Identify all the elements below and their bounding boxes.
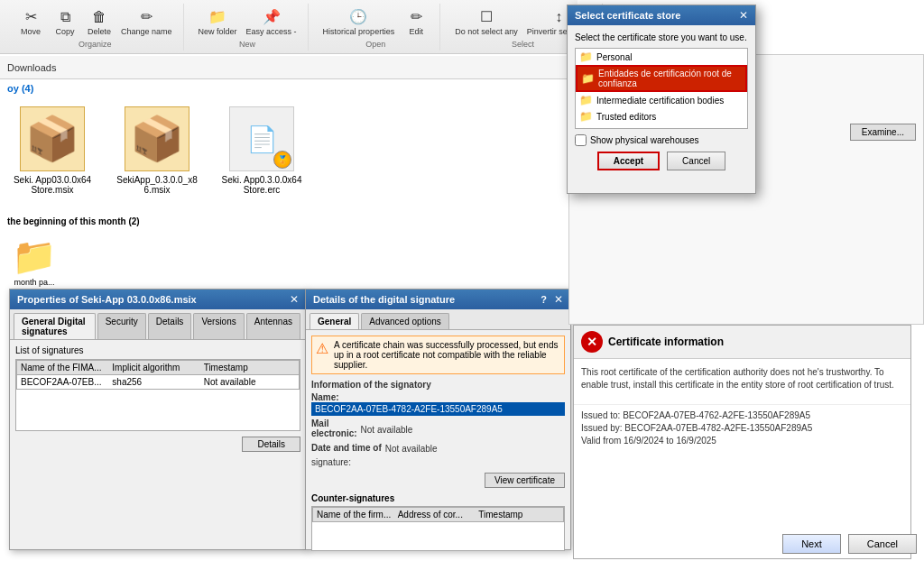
intermediate-folder-icon: 📁	[579, 94, 593, 106]
cert-badge: 🏅	[273, 151, 291, 169]
cert-an-folder-icon: 📁	[579, 126, 593, 129]
cert-store-close-button[interactable]: ✕	[739, 9, 748, 22]
personal-label: Personal	[596, 52, 632, 62]
tab-antennas[interactable]: Antennas	[246, 313, 300, 339]
sig-list-row[interactable]: BECOF2AA-07EB... sha256 Not available	[16, 375, 300, 390]
change-name-label: Change name	[121, 27, 172, 36]
tab-sig-advanced[interactable]: Advanced options	[361, 313, 449, 329]
invert-icon: ↕	[549, 7, 568, 27]
sig-details-tabs: General Advanced options	[306, 309, 570, 330]
valid-from: Valid from 16/9/2024 to 16/9/2025	[581, 436, 903, 446]
delete-button[interactable]: 🗑 Delete	[83, 5, 116, 38]
properties-content: List of signatures Name of the FIMA... I…	[10, 340, 306, 442]
easy-access-label: Easy access -	[246, 27, 297, 36]
open-group: 🕒 Historical properties ✏ Edit Open	[312, 4, 441, 51]
ribbon-toolbar: ✂ Move ⧉ Copy 🗑 Delete ✏ Change name Org…	[0, 0, 578, 54]
delete-label: Delete	[88, 27, 111, 36]
new-folder-label: New folder	[199, 27, 237, 36]
cert-store-title-text: Select certificate store	[575, 10, 680, 21]
file-item-3[interactable]: 📄 🏅 Seki. App0.3.0.0x64Store.erc	[217, 103, 307, 198]
edit-button[interactable]: ✏ Edit	[400, 5, 432, 38]
issued-to: Issued to: BECOF2AA-07EB-4762-A2FE-13550…	[581, 410, 903, 420]
store-trusted-root[interactable]: 📁 Entidades de certificación root de con…	[576, 65, 747, 92]
trusted-root-label: Entidades de certificación root de confi…	[598, 69, 742, 88]
show-physical-checkbox[interactable]	[575, 134, 587, 146]
store-personal[interactable]: 📁 Personal	[576, 49, 747, 65]
new-group: 📁 New folder 📌 Easy access - New	[188, 4, 309, 51]
folder-item[interactable]: 📁 month pa...	[7, 235, 61, 287]
open-label: Open	[365, 40, 385, 49]
accept-button[interactable]: Accept	[597, 152, 660, 170]
store-intermediate[interactable]: 📁 Intermediate certification bodies	[576, 92, 747, 108]
edit-icon: ✏	[406, 7, 426, 27]
mail-field-label: Mailelectronic:	[311, 418, 357, 438]
file-name-3: Seki. App0.3.0.0x64Store.erc	[220, 175, 303, 195]
explorer-background: ✂ Move ⧉ Copy 🗑 Delete ✏ Change name Org…	[0, 0, 924, 561]
view-certificate-button[interactable]: View certificate	[485, 473, 565, 488]
date-value: Not available	[385, 444, 438, 454]
copy-icon: ⧉	[55, 7, 75, 27]
change-name-button[interactable]: ✏ Change name	[117, 5, 176, 38]
section-header-month: the beginning of this month (2)	[0, 213, 578, 228]
cert-store-description: Select the certificate store you want to…	[575, 32, 748, 42]
name-row: Name: BECOF2AA-07EB-4782-A2FE-13550AF289…	[311, 391, 565, 416]
select-label: Select	[512, 40, 534, 49]
sig-list-area: Name of the FIMA... Implicit algorithm T…	[15, 359, 300, 431]
cancel-bottom-button[interactable]: Cancel	[848, 534, 917, 554]
sig-list-header: Name of the FIMA... Implicit algorithm T…	[16, 360, 300, 375]
file-icon-cert-3: 📄 🏅	[229, 106, 294, 171]
file-item-2[interactable]: 📦 SekiApp_0.3.0.0_x86.msix	[112, 103, 202, 198]
cert-warning-icon: ✕	[581, 331, 603, 353]
historical-button[interactable]: 🕒 Historical properties	[319, 5, 399, 38]
store-trusted-editors[interactable]: 📁 Trusted editors	[576, 108, 747, 124]
countersig-header: Name of the firm... Address of cor... Ti…	[312, 507, 564, 522]
name-value: BECOF2AA-07EB-4782-A2FE-13550AF289A5	[311, 402, 565, 416]
delete-icon: 🗑	[89, 7, 109, 27]
cert-info-body: This root certificate of the certificati…	[574, 359, 910, 404]
folder-icon: 📁	[12, 235, 57, 278]
sig-details-title: Details of the digital signature	[313, 294, 455, 305]
copy-button[interactable]: ⧉ Copy	[49, 5, 81, 38]
cert-store-buttons: Accept Cancel	[575, 152, 748, 170]
easy-access-button[interactable]: 📌 Easy access -	[243, 5, 300, 38]
tab-general-signatures[interactable]: General Digital signatures	[14, 313, 96, 339]
countersig-label: Counter-signatures	[311, 493, 565, 503]
new-label: New	[239, 40, 255, 49]
tab-security[interactable]: Security	[97, 313, 146, 339]
issued-by: Issued by: BECOF2AA-07EB-4782-A2FE-13550…	[581, 423, 903, 433]
file-icon-box-2: 📦	[125, 106, 189, 171]
section-header-downloads: oy (4)	[0, 79, 578, 96]
no-select-button[interactable]: ☐ Do not select any	[451, 5, 522, 38]
cert-store-titlebar: Select certificate store ✕	[568, 5, 755, 25]
sig-details-close-button[interactable]: ✕	[554, 293, 563, 306]
address-bar[interactable]: Downloads	[0, 56, 578, 79]
cert-info-footer: Issued to: BECOF2AA-07EB-4762-A2FE-13550…	[574, 404, 910, 454]
easy-access-icon: 📌	[262, 7, 282, 27]
cert-store-body: Select the certificate store you want to…	[568, 25, 755, 178]
next-button[interactable]: Next	[782, 534, 841, 554]
properties-close-button[interactable]: ✕	[290, 293, 299, 306]
historical-icon: 🕒	[348, 7, 368, 27]
store-cert-an[interactable]: 📁 Certificate an ine ne de confia...	[576, 124, 747, 129]
file-item-1[interactable]: 📦 Seki. App03.0.0x64Store.msix	[7, 103, 97, 198]
properties-title: Properties of Seki-App 03.0.0x86.msix	[17, 294, 197, 305]
cert-warning-msg: This root certificate of the certificati…	[581, 366, 903, 391]
intermediate-label: Intermediate certification bodies	[596, 96, 724, 106]
cancel-cert-store-button[interactable]: Cancel	[667, 152, 725, 170]
tab-sig-general[interactable]: General	[310, 313, 359, 329]
sig-details-content: ⚠ A certificate chain was successfully p…	[306, 330, 570, 561]
tab-versions[interactable]: Versions	[193, 313, 244, 339]
copy-label: Copy	[55, 27, 74, 36]
name-field-label: Name:	[311, 392, 339, 402]
cert-info-title: Certificate information	[608, 336, 724, 348]
new-folder-button[interactable]: 📁 New folder	[195, 5, 241, 38]
examine-button[interactable]: Examine...	[850, 124, 916, 141]
file-grid: 📦 Seki. App03.0.0x64Store.msix 📦 SekiApp…	[0, 96, 578, 206]
move-button[interactable]: ✂ Move	[14, 5, 47, 38]
question-icon[interactable]: ?	[541, 294, 547, 305]
new-folder-icon: 📁	[208, 7, 227, 27]
countersig-list: Name of the firm... Address of cor... Ti…	[311, 506, 565, 551]
properties-details-button[interactable]: Details	[242, 437, 300, 452]
historical-label: Historical properties	[323, 27, 395, 36]
tab-details[interactable]: Details	[148, 313, 192, 339]
